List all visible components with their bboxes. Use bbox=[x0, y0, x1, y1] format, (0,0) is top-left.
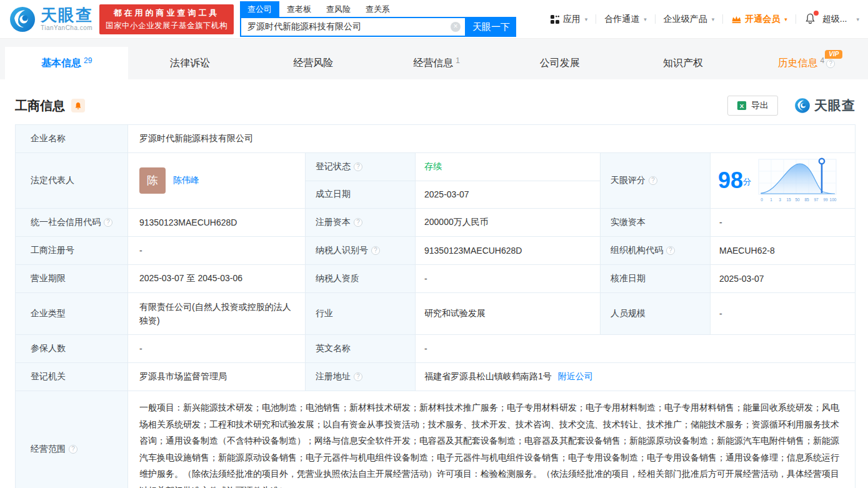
score-number: 98 bbox=[718, 167, 743, 193]
nav-membership-label: 开通会员 bbox=[745, 14, 780, 25]
nav-divider bbox=[796, 14, 796, 24]
clear-search-icon[interactable]: × bbox=[451, 22, 461, 32]
nav-enterprise-products[interactable]: 企业级产品 ▾ bbox=[664, 14, 715, 25]
score-label: 天眼评分 ? bbox=[601, 153, 711, 208]
scope-label: 经营范围 ? bbox=[16, 391, 128, 488]
chevron-down-icon: ▾ bbox=[585, 16, 588, 22]
taxpayer-qual-value: - bbox=[416, 265, 601, 292]
tianyancha-logo[interactable]: 天眼查 TianYanCha.com bbox=[9, 6, 93, 33]
promo-banner: 都在用的商业查询工具 国家中小企业发展子基金旗下机构 bbox=[99, 4, 234, 34]
company-type-label: 企业类型 bbox=[16, 293, 128, 334]
score-value[interactable]: 98分 0 1 3 15 50 85 bbox=[711, 153, 855, 208]
legal-rep-label: 法定代表人 bbox=[16, 153, 128, 208]
address-value: 福建省罗源县松山镇岐鹤南路1号 附近公司 bbox=[416, 363, 855, 391]
tab-label: 经营风险 bbox=[293, 57, 333, 70]
reg-capital-label: 注册资本 ? bbox=[306, 209, 416, 236]
company-type-value: 有限责任公司(自然人投资或控股的法人独资) bbox=[128, 293, 306, 334]
address-label: 注册地址 ? bbox=[306, 363, 416, 391]
tianyancha-swirl-icon bbox=[9, 6, 36, 33]
excel-icon: X bbox=[737, 101, 747, 111]
export-button[interactable]: X 导出 bbox=[727, 96, 778, 116]
svg-text:X: X bbox=[740, 102, 744, 109]
score-distribution-chart: 0 1 3 15 50 85 97 99 100 bbox=[757, 157, 837, 204]
search-button[interactable]: 天眼一下 bbox=[466, 17, 516, 37]
search-tab-company[interactable]: 查公司 bbox=[240, 1, 279, 17]
org-code-label: 组织机构代码 ? bbox=[601, 237, 711, 264]
nav-super-label: 超级... bbox=[822, 14, 847, 25]
paid-capital-value: - bbox=[711, 209, 855, 236]
tab-label: 知识产权 bbox=[663, 57, 703, 70]
svg-text:15: 15 bbox=[786, 197, 791, 202]
monitor-bell-button[interactable] bbox=[71, 99, 85, 112]
nav-apps[interactable]: 应用 ▾ bbox=[550, 14, 588, 25]
address-text: 福建省罗源县松山镇岐鹤南路1号 bbox=[424, 371, 552, 382]
tab-label: 基本信息 bbox=[41, 57, 81, 70]
table-row: 企业类型 有限责任公司(自然人投资或控股的法人独资) 行业 研究和试验发展 人员… bbox=[16, 293, 855, 335]
section-title: 工商信息 bbox=[15, 97, 65, 114]
chevron-down-icon: ▾ bbox=[856, 16, 859, 22]
search-tab-boss[interactable]: 查老板 bbox=[279, 1, 319, 17]
reg-status-value: 存续 bbox=[416, 153, 600, 181]
help-icon[interactable]: ? bbox=[666, 246, 675, 255]
taxpayer-id-value: 91350123MAECUH628D bbox=[416, 237, 601, 264]
nav-divider bbox=[722, 14, 723, 24]
table-row: 参保人数 - 英文名称 - bbox=[16, 335, 855, 363]
table-row: 统一社会信用代码 ? 91350123MAECUH628D 注册资本 ? 200… bbox=[16, 209, 855, 237]
help-icon[interactable]: ? bbox=[354, 162, 362, 171]
nav-super-account[interactable]: 超级... ▾ bbox=[822, 14, 859, 25]
search-box: 查公司 查老板 查风险 查关系 × 天眼一下 bbox=[240, 1, 516, 37]
legal-rep-link[interactable]: 陈伟峰 bbox=[173, 175, 199, 186]
svg-text:50: 50 bbox=[795, 197, 800, 202]
notifications-button[interactable] bbox=[804, 12, 816, 26]
tab-label: 历史信息 bbox=[777, 57, 817, 70]
tab-label: 经营信息 bbox=[413, 57, 453, 70]
tab-operation-risk[interactable]: 经营风险 bbox=[252, 47, 375, 79]
legal-rep-avatar[interactable]: 陈 bbox=[139, 167, 166, 194]
help-icon[interactable]: ? bbox=[69, 445, 77, 454]
nav-open-membership[interactable]: 开通会员 ▾ bbox=[731, 14, 787, 25]
est-date-label: 成立日期 bbox=[306, 181, 416, 209]
chevron-down-icon: ▾ bbox=[784, 16, 787, 22]
business-info-table: 企业名称 罗源时代新能源科技有限公司 法定代表人 陈 陈伟峰 登记状态 ? 存续… bbox=[15, 124, 856, 488]
help-icon[interactable]: ? bbox=[104, 218, 112, 227]
help-icon[interactable]: ? bbox=[649, 176, 657, 185]
tab-legal-proceedings[interactable]: 法律诉讼 bbox=[128, 47, 251, 79]
table-row: 登记机关 罗源县市场监督管理局 注册地址 ? 福建省罗源县松山镇岐鹤南路1号 附… bbox=[16, 363, 855, 391]
promo-line1: 都在用的商业查询工具 bbox=[106, 7, 227, 19]
table-row: 工商注册号 - 纳税人识别号 ? 91350123MAECUH628D 组织机构… bbox=[16, 237, 855, 265]
tab-count: 29 bbox=[84, 56, 92, 65]
svg-text:99: 99 bbox=[823, 197, 828, 202]
status-date-block: 登记状态 ? 存续 成立日期 2025-03-07 bbox=[306, 153, 601, 208]
help-icon[interactable]: ? bbox=[354, 218, 362, 227]
main-content: 工商信息 X 导出 bbox=[0, 79, 868, 488]
nav-cooperation[interactable]: 合作通道 ▾ bbox=[604, 14, 647, 25]
help-icon[interactable]: ? bbox=[371, 246, 380, 255]
search-tab-relation[interactable]: 查关系 bbox=[358, 1, 397, 17]
term-value: 2025-03-07 至 2045-03-06 bbox=[128, 265, 306, 292]
search-input[interactable] bbox=[240, 17, 466, 37]
company-name-value: 罗源时代新能源科技有限公司 bbox=[128, 125, 855, 152]
score-marker-pin bbox=[819, 159, 824, 164]
tab-basic-info[interactable]: 基本信息 29 bbox=[5, 47, 128, 79]
table-row: 法定代表人 陈 陈伟峰 登记状态 ? 存续 成立日期 2025-03-07 bbox=[16, 153, 855, 209]
help-icon[interactable]: ? bbox=[826, 59, 835, 68]
svg-text:1: 1 bbox=[770, 197, 772, 202]
reg-no-value: - bbox=[128, 237, 306, 264]
help-icon[interactable]: ? bbox=[354, 372, 362, 381]
uscc-label: 统一社会信用代码 ? bbox=[16, 209, 128, 236]
export-label: 导出 bbox=[751, 100, 769, 111]
tab-company-development[interactable]: 公司发展 bbox=[498, 47, 621, 79]
logo-title: 天眼查 bbox=[41, 7, 93, 23]
en-name-label: 英文名称 bbox=[306, 335, 416, 362]
svg-text:97: 97 bbox=[814, 197, 819, 202]
svg-text:85: 85 bbox=[804, 197, 809, 202]
crown-icon bbox=[731, 14, 742, 24]
uscc-value: 91350123MAECUH628D bbox=[128, 209, 306, 236]
tab-history-info[interactable]: VIP 历史信息 4 ? bbox=[745, 47, 868, 79]
industry-label: 行业 bbox=[306, 293, 416, 334]
tab-intellectual-property[interactable]: 知识产权 bbox=[621, 47, 744, 79]
tab-operation-info[interactable]: 经营信息 1 bbox=[375, 47, 498, 79]
nearby-companies-link[interactable]: 附近公司 bbox=[558, 371, 593, 382]
insured-label: 参保人数 bbox=[16, 335, 128, 362]
search-tab-risk[interactable]: 查风险 bbox=[319, 1, 358, 17]
